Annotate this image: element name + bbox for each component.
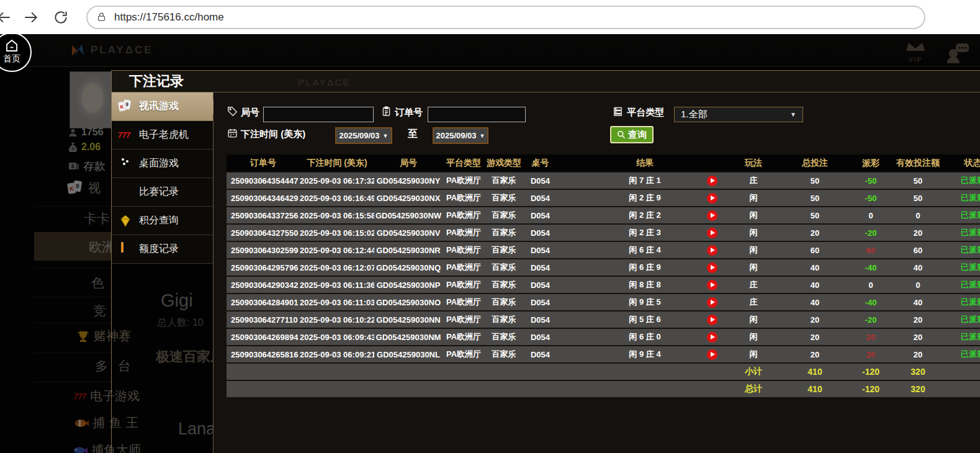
play-video-icon[interactable] [707, 262, 717, 273]
subtotal-label: 小计 [726, 366, 781, 377]
date-to-picker[interactable]: 2025/09/03 ▼ [433, 127, 488, 144]
query-button[interactable]: 查询 [610, 126, 654, 143]
cell: 60 [781, 246, 849, 255]
total-valid-bet: 320 [892, 384, 943, 394]
result-cell [698, 244, 726, 255]
cell: 庄 [726, 279, 781, 290]
cell: 百家乐 [485, 210, 523, 221]
play-video-icon[interactable] [707, 315, 717, 325]
menu-item-slots[interactable]: 777 电子老虎机 [112, 121, 213, 150]
menu-item-match-records[interactable]: 比赛记录 [112, 178, 213, 207]
cell: 百家乐 [485, 349, 523, 360]
cell: 已派彩 [943, 244, 980, 256]
cell: PA欧洲厅 [443, 349, 485, 360]
cell: GD054259030NN [374, 315, 443, 325]
records-content: 局号 订单号 平台类型 1.全部 ▼ 下注 [214, 92, 980, 453]
home-label: 首页 [0, 53, 30, 65]
play-video-icon[interactable] [707, 176, 717, 186]
cell: D054 [523, 333, 557, 342]
cell: -40 [849, 263, 892, 272]
cell: D054 [523, 228, 557, 238]
cell: 20 [781, 333, 849, 342]
cell: GD054259030NY [374, 176, 443, 186]
cell: 百家乐 [485, 244, 523, 256]
clipboard-icon [381, 106, 392, 117]
address-bar[interactable]: https://175616.cc/home [86, 6, 925, 29]
result-cell [698, 227, 726, 238]
play-video-icon[interactable] [707, 245, 717, 256]
cell: 百家乐 [485, 279, 523, 290]
bet-records-table: 订单号 下注时间 (美东) 局号 平台类型 游戏类型 桌号 结果 玩法 总投注 … [227, 155, 980, 397]
cell: 40 [781, 280, 849, 290]
cell: 百家乐 [485, 314, 523, 325]
cell: GD054259030NO [374, 298, 443, 307]
cell: 250903064269894 [227, 333, 300, 342]
total-label: 总计 [726, 383, 781, 395]
chevron-down-icon: ▼ [480, 133, 485, 139]
browser-forward-icon[interactable] [23, 9, 39, 25]
cell: 百家乐 [485, 297, 523, 308]
chevron-down-icon: ▼ [383, 133, 389, 139]
menu-item-credit-records[interactable]: 额度记录 [112, 235, 213, 264]
table-row: 2509030642849012025-09-03 06:11:03GD0542… [227, 294, 980, 310]
play-video-icon[interactable] [707, 349, 717, 360]
menu-item-table-games[interactable]: 桌面游戏 [112, 150, 213, 178]
result-cell [698, 175, 726, 186]
cell: 40 [892, 263, 943, 272]
cell: 20 [849, 350, 892, 359]
cell: 2025-09-03 06:12:07 [300, 263, 374, 272]
table-row: 2509030643372562025-09-03 06:15:58GD0542… [227, 207, 980, 223]
play-video-icon[interactable] [707, 332, 717, 343]
page: { "browser": { "url": "https://175616.cc… [0, 0, 980, 453]
cell: 250903064337256 [227, 211, 300, 220]
cell: 已派彩 [943, 192, 980, 204]
cell: 闲 [726, 349, 781, 360]
platform-type-select[interactable]: 1.全部 ▼ [674, 107, 803, 122]
round-id-input[interactable] [263, 107, 374, 122]
cell: 闲 6 庄 9 [557, 262, 698, 273]
date-from-picker[interactable]: 2025/09/03 ▼ [335, 127, 392, 144]
cell: 20 [892, 315, 943, 325]
cell: D054 [523, 350, 557, 359]
play-video-icon[interactable] [707, 193, 717, 204]
cell: 2025-09-03 06:10:22 [300, 315, 374, 325]
cell: 50 [781, 194, 849, 203]
cell: PA欧洲厅 [443, 192, 485, 204]
cell: -40 [849, 298, 892, 307]
cell: 2025-09-03 06:15:02 [300, 228, 374, 238]
total-total-bet: 410 [781, 384, 849, 394]
cell: 已派彩 [943, 210, 980, 221]
cell: 百家乐 [485, 227, 523, 238]
cell: 50 [781, 211, 849, 220]
browser-reload-icon[interactable] [53, 9, 69, 25]
table-games-icon [118, 156, 134, 171]
cell: 闲 2 庄 3 [557, 227, 698, 238]
cell: 闲 9 庄 4 [557, 349, 698, 360]
table-row: 2509030642698942025-09-03 06:09:43GD0542… [227, 329, 980, 345]
menu-item-video-games[interactable]: 9K 视讯游戏 [112, 92, 213, 121]
cell: 0 [892, 211, 943, 220]
menu-item-points-query[interactable]: 积分查询 [112, 207, 213, 235]
calendar-icon [227, 128, 238, 138]
play-video-icon[interactable] [707, 297, 717, 308]
cell: 已派彩 [943, 349, 980, 360]
bet-time-label: 下注时间 (美东) [241, 128, 305, 140]
play-video-icon[interactable] [707, 228, 717, 238]
order-id-input[interactable] [428, 107, 526, 122]
cell: PA欧洲厅 [443, 262, 485, 273]
cell: 20 [849, 333, 892, 342]
play-video-icon[interactable] [707, 210, 717, 221]
cell: 250903064265816 [227, 350, 300, 359]
cell: 250903064327550 [227, 228, 300, 238]
cell: 20 [781, 315, 849, 325]
cell: 闲 7 庄 1 [557, 175, 698, 186]
cell: 250903064302599 [227, 246, 300, 255]
modal-title-bar: 下注记录 PLAYΔCE [112, 71, 980, 92]
cell: 闲 [726, 227, 781, 238]
total-payout: -120 [849, 384, 892, 394]
cell: D054 [523, 246, 557, 255]
slot-777-icon: 777 [118, 128, 134, 143]
play-video-icon[interactable] [707, 280, 717, 290]
cell: 250903064284901 [227, 298, 300, 307]
browser-back-icon[interactable] [0, 9, 12, 25]
